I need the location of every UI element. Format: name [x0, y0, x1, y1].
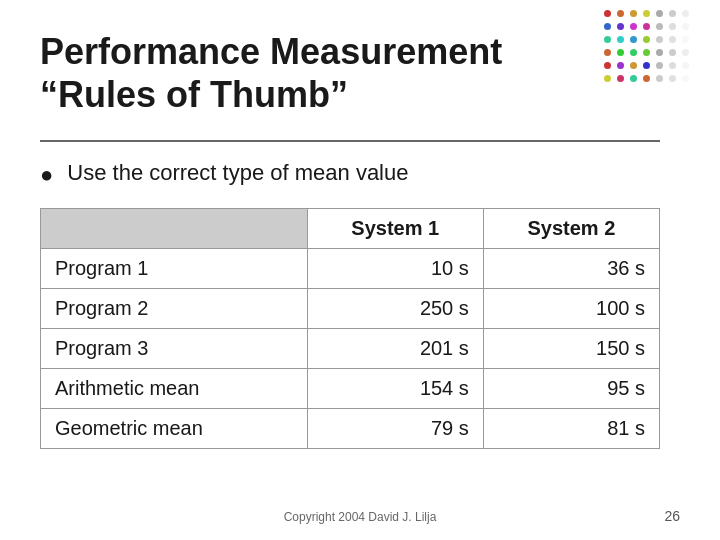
- dot: [617, 23, 624, 30]
- dot: [682, 23, 689, 30]
- dot: [604, 49, 611, 56]
- dot: [604, 75, 611, 82]
- dot: [669, 36, 676, 43]
- table-row: Geometric mean79 s81 s: [41, 409, 660, 449]
- data-table: System 1 System 2 Program 110 s36 sProgr…: [40, 208, 660, 449]
- row-value: 10 s: [307, 249, 483, 289]
- dot: [604, 36, 611, 43]
- dot: [643, 62, 650, 69]
- bullet-point: ●: [40, 162, 53, 188]
- row-value: 154 s: [307, 369, 483, 409]
- dot: [617, 49, 624, 56]
- page-number: 26: [664, 508, 680, 524]
- dot: [630, 62, 637, 69]
- row-value: 79 s: [307, 409, 483, 449]
- dot: [643, 36, 650, 43]
- dot: [656, 36, 663, 43]
- col-header-system2: System 2: [483, 209, 659, 249]
- dot: [682, 49, 689, 56]
- row-value: 150 s: [483, 329, 659, 369]
- slide-title: Performance Measurement “Rules of Thumb”: [40, 30, 560, 116]
- slide: Performance Measurement “Rules of Thumb”…: [0, 0, 720, 540]
- dot: [643, 49, 650, 56]
- bullet-text: Use the correct type of mean value: [67, 160, 408, 186]
- dot: [643, 23, 650, 30]
- dot: [656, 23, 663, 30]
- title-area: Performance Measurement “Rules of Thumb”: [40, 30, 680, 116]
- row-label: Program 1: [41, 249, 308, 289]
- dot: [682, 10, 689, 17]
- dot: [669, 62, 676, 69]
- dot: [617, 62, 624, 69]
- dot: [630, 23, 637, 30]
- dot: [604, 10, 611, 17]
- row-value: 95 s: [483, 369, 659, 409]
- row-label: Geometric mean: [41, 409, 308, 449]
- dot: [682, 36, 689, 43]
- dot: [617, 10, 624, 17]
- dots-decoration: [604, 10, 704, 90]
- dot: [669, 49, 676, 56]
- dot: [669, 10, 676, 17]
- dot: [604, 23, 611, 30]
- row-value: 100 s: [483, 289, 659, 329]
- dot: [604, 62, 611, 69]
- col-header-label: [41, 209, 308, 249]
- dot: [656, 10, 663, 17]
- footer: Copyright 2004 David J. Lilja: [0, 510, 720, 524]
- dot: [630, 36, 637, 43]
- dot: [617, 36, 624, 43]
- col-header-system1: System 1: [307, 209, 483, 249]
- dot: [656, 62, 663, 69]
- row-label: Program 2: [41, 289, 308, 329]
- dot: [643, 75, 650, 82]
- dot: [682, 75, 689, 82]
- row-label: Program 3: [41, 329, 308, 369]
- divider: [40, 140, 660, 142]
- dot: [682, 62, 689, 69]
- dot: [656, 49, 663, 56]
- table-row: Arithmetic mean154 s95 s: [41, 369, 660, 409]
- row-value: 250 s: [307, 289, 483, 329]
- dot: [630, 75, 637, 82]
- row-value: 36 s: [483, 249, 659, 289]
- dot: [617, 75, 624, 82]
- copyright-text: Copyright 2004 David J. Lilja: [284, 510, 437, 524]
- dot: [669, 75, 676, 82]
- dot: [669, 23, 676, 30]
- row-value: 81 s: [483, 409, 659, 449]
- row-label: Arithmetic mean: [41, 369, 308, 409]
- dot: [643, 10, 650, 17]
- table-row: Program 3201 s150 s: [41, 329, 660, 369]
- dot: [630, 49, 637, 56]
- bullet-section: ● Use the correct type of mean value: [40, 160, 680, 188]
- row-value: 201 s: [307, 329, 483, 369]
- table-row: Program 110 s36 s: [41, 249, 660, 289]
- table-row: Program 2250 s100 s: [41, 289, 660, 329]
- dot: [630, 10, 637, 17]
- dot: [656, 75, 663, 82]
- table-header-row: System 1 System 2: [41, 209, 660, 249]
